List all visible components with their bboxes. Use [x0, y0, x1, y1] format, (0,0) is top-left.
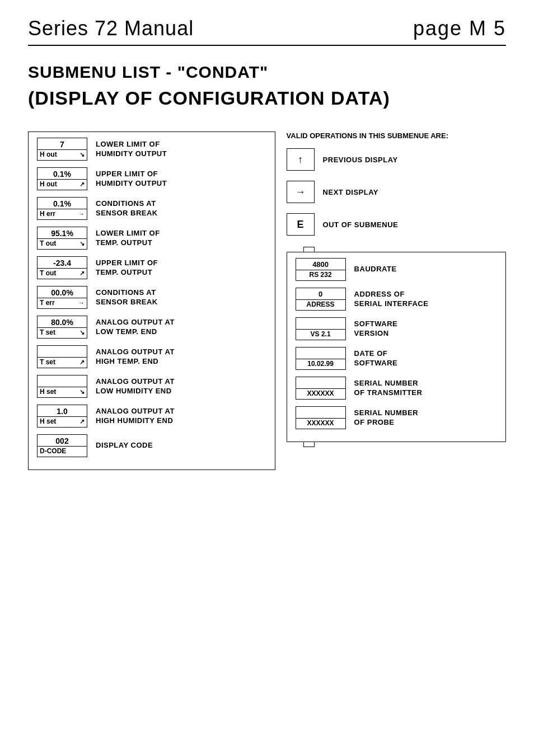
item-label-4: UPPER LIMIT OFTEMP. OUTPUT — [96, 259, 158, 278]
arrow-icon-4: ↗ — [79, 270, 85, 277]
left-item-8: H set↘ANALOG OUTPUT ATLOW HUMIDITY END — [37, 375, 266, 398]
serial-box-3: 10.02.99 — [296, 347, 346, 370]
serial-section: 4800RS 232BAUDRATE0ADRESSADDRESS OFSERIA… — [287, 252, 506, 442]
serial-label-1: ADDRESS OFSERIAL INTERFACE — [354, 290, 429, 309]
item-label-7: ANALOG OUTPUT ATHIGH TEMP. END — [96, 348, 175, 367]
arrow-icon-5: → — [78, 299, 85, 306]
display-box-10: 002D-CODE — [37, 434, 87, 457]
box-bot-label-5: T err→ — [38, 298, 87, 308]
serial-bot-3: 10.02.99 — [296, 359, 345, 369]
item-label-8: ANALOG OUTPUT ATLOW HUMIDITY END — [96, 377, 175, 396]
serial-box-5: XXXXXX — [296, 406, 346, 429]
item-label-1: UPPER LIMIT OFHUMIDITY OUTPUT — [96, 170, 167, 189]
arrow-icon-3: ↘ — [79, 240, 85, 247]
serial-top-5 — [296, 407, 345, 418]
arrow-icon-8: ↘ — [79, 388, 85, 396]
serial-item-0: 4800RS 232BAUDRATE — [296, 258, 497, 281]
sub-title: (DISPLAY OF CONFIGURATION DATA) — [28, 87, 506, 109]
serial-label-0: BAUDRATE — [354, 265, 397, 274]
serial-box-1: 0ADRESS — [296, 288, 346, 311]
display-box-0: 7H out↘ — [37, 138, 87, 161]
header-page: page M 5 — [413, 17, 506, 40]
box-top-val-2: 0.1% — [38, 198, 87, 209]
serial-bot-1: ADRESS — [296, 299, 345, 310]
box-bot-label-4: T out↗ — [38, 268, 87, 279]
item-label-2: CONDITIONS ATSENSOR BREAK — [96, 199, 158, 218]
op-box-0: ↑ — [287, 148, 315, 171]
main-title: SUBMENU LIST - "CONDAT" — [28, 63, 506, 82]
box-top-val-4: -23.4 — [38, 257, 87, 268]
item-label-10: DISPLAY CODE — [96, 441, 153, 450]
serial-item-3: 10.02.99DATE OFSOFTWARE — [296, 347, 497, 370]
serial-label-5: SERIAL NUMBEROF PROBE — [354, 408, 419, 428]
box-top-val-5: 00.0% — [38, 287, 87, 298]
box-top-val-0: 7 — [38, 138, 87, 149]
item-label-6: ANALOG OUTPUT ATLOW TEMP. END — [96, 318, 175, 337]
left-item-5: 00.0%T err→CONDITIONS ATSENSOR BREAK — [37, 286, 266, 309]
display-box-3: 95.1%T out↘ — [37, 227, 87, 250]
op-item-0: ↑PREVIOUS DISPLAY — [287, 148, 506, 171]
box-bot-label-2: H err→ — [38, 209, 87, 219]
box-bot-label-0: H out↘ — [38, 149, 87, 160]
display-box-4: -23.4T out↗ — [37, 256, 87, 279]
box-top-val-3: 95.1% — [38, 227, 87, 238]
box-bot-label-9: H set↗ — [38, 416, 87, 427]
serial-bot-0: RS 232 — [296, 270, 345, 280]
display-box-1: 0.1%H out↗ — [37, 167, 87, 190]
box-top-val-9: 1.0 — [38, 405, 87, 416]
op-label-1: NEXT DISPLAY — [323, 188, 378, 196]
box-bot-label-3: T out↘ — [38, 238, 87, 249]
display-box-9: 1.0H set↗ — [37, 405, 87, 428]
op-box-2: E — [287, 213, 315, 236]
op-item-1: →NEXT DISPLAY — [287, 181, 506, 203]
serial-top-1: 0 — [296, 288, 345, 299]
arrow-icon-6: ↘ — [79, 329, 85, 336]
display-box-6: 80.0%T set↘ — [37, 316, 87, 339]
left-item-4: -23.4T out↗UPPER LIMIT OFTEMP. OUTPUT — [37, 256, 266, 279]
box-top-val-10: 002 — [38, 435, 87, 446]
op-box-1: → — [287, 181, 315, 203]
arrow-icon-7: ↗ — [79, 359, 85, 366]
left-item-9: 1.0H set↗ANALOG OUTPUT ATHIGH HUMIDITY E… — [37, 405, 266, 428]
display-box-7: T set↗ — [37, 345, 87, 368]
left-column: 7H out↘LOWER LIMIT OFHUMIDITY OUTPUT0.1%… — [28, 132, 275, 470]
box-bot-label-8: H set↘ — [38, 387, 87, 397]
item-label-5: CONDITIONS ATSENSOR BREAK — [96, 288, 158, 307]
display-box-2: 0.1%H err→ — [37, 197, 87, 220]
serial-label-4: SERIAL NUMBEROF TRANSMITTER — [354, 379, 423, 398]
valid-ops-title: VALID OPERATIONS IN THIS SUBMENUE ARE: — [287, 132, 506, 140]
left-item-2: 0.1%H err→CONDITIONS ATSENSOR BREAK — [37, 197, 266, 220]
serial-top-0: 4800 — [296, 259, 345, 270]
serial-label-2: SOFTWAREVERSION — [354, 320, 398, 339]
box-bot-label-6: T set↘ — [38, 327, 87, 338]
display-box-8: H set↘ — [37, 375, 87, 398]
arrow-icon-9: ↗ — [79, 418, 85, 425]
left-item-7: T set↗ANALOG OUTPUT ATHIGH TEMP. END — [37, 345, 266, 368]
box-top-val-8 — [38, 375, 87, 387]
item-label-9: ANALOG OUTPUT ATHIGH HUMIDITY END — [96, 407, 175, 426]
left-item-1: 0.1%H out↗UPPER LIMIT OFHUMIDITY OUTPUT — [37, 167, 266, 190]
left-item-3: 95.1%T out↘LOWER LIMIT OFTEMP. OUTPUT — [37, 227, 266, 250]
serial-bot-4: XXXXXX — [296, 388, 345, 399]
valid-ops-section: VALID OPERATIONS IN THIS SUBMENUE ARE: ↑… — [287, 132, 506, 236]
serial-bot-5: XXXXXX — [296, 418, 345, 429]
serial-bot-2: VS 2.1 — [296, 329, 345, 340]
right-column: VALID OPERATIONS IN THIS SUBMENUE ARE: ↑… — [275, 132, 506, 470]
left-item-0: 7H out↘LOWER LIMIT OFHUMIDITY OUTPUT — [37, 138, 266, 161]
arrow-icon-2: → — [78, 210, 85, 217]
item-label-3: LOWER LIMIT OFTEMP. OUTPUT — [96, 229, 160, 248]
serial-top-4 — [296, 377, 345, 388]
left-item-6: 80.0%T set↘ANALOG OUTPUT ATLOW TEMP. END — [37, 316, 266, 339]
serial-item-4: XXXXXXSERIAL NUMBEROF TRANSMITTER — [296, 377, 497, 400]
op-label-2: OUT OF SUBMENUE — [323, 220, 399, 229]
page: Series 72 Manual page M 5 SUBMENU LIST -… — [0, 0, 534, 756]
display-box-5: 00.0%T err→ — [37, 286, 87, 309]
box-top-val-7 — [38, 346, 87, 357]
serial-box-2: VS 2.1 — [296, 317, 346, 340]
serial-item-1: 0ADRESSADDRESS OFSERIAL INTERFACE — [296, 288, 497, 311]
box-bot-label-7: T set↗ — [38, 357, 87, 368]
box-top-val-1: 0.1% — [38, 168, 87, 179]
left-item-10: 002D-CODEDISPLAY CODE — [37, 434, 266, 457]
box-top-val-6: 80.0% — [38, 316, 87, 327]
serial-box-4: XXXXXX — [296, 377, 346, 400]
